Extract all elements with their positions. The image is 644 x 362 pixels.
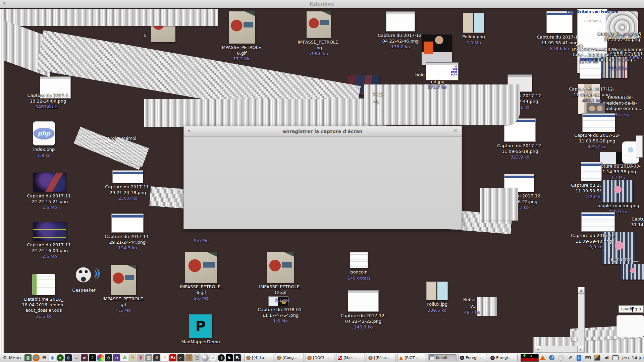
filezilla-icon[interactable]: Fz xyxy=(169,354,176,361)
file-name: MadMapperDemo xyxy=(181,339,220,345)
desktop-icon[interactable] xyxy=(562,162,621,183)
file-name: couple_macron.png xyxy=(596,203,639,209)
audio-card-icon[interactable]: ▮ xyxy=(137,354,144,361)
photos-icon[interactable] xyxy=(97,354,104,361)
firefox-icon[interactable] xyxy=(33,354,40,361)
clock-check-icon[interactable]: ✓ xyxy=(210,354,217,361)
kdenlive-titlebar[interactable]: ▼ Kdenlive xyxy=(0,0,644,9)
bluetooth-icon[interactable]: ᛒ xyxy=(576,355,582,361)
globe-icon[interactable]: ◐ xyxy=(65,354,72,361)
desktop-icon[interactable]: IMPASSE_PETROLE_ 12.gif xyxy=(251,252,310,295)
desktop-icon[interactable]: IMPASSE_PETROLE. gif4,5 Mo xyxy=(94,265,153,313)
dialog-titlebar[interactable]: ▼ Enregistrer la capture d'écran ✕ xyxy=(184,126,462,137)
unity3d-icon[interactable]: ◇ xyxy=(105,354,112,361)
update-shield-icon[interactable]: i xyxy=(549,355,555,361)
taskbar-window-button[interactable]: [RIOT ... xyxy=(397,354,426,361)
desktop-icon[interactable]: IMPASSE_PETROLE_ 6.gif9,6 Mo xyxy=(172,252,231,301)
file-name: index.php xyxy=(33,147,55,153)
headphones-icon[interactable]: ∩ xyxy=(113,354,120,361)
taskbar-window-button[interactable]: Enregi... xyxy=(458,354,487,361)
scroll-left-button[interactable]: ◂ xyxy=(535,346,541,353)
calculator-icon[interactable]: ▦ xyxy=(145,354,152,361)
display-warning-icon[interactable] xyxy=(594,355,600,361)
horizontal-scrollbar-fragment[interactable] xyxy=(535,346,584,353)
vertical-scrollbar-fragment[interactable] xyxy=(578,287,585,353)
molecules-icon[interactable]: ⁂ xyxy=(121,354,128,361)
desktop-icon[interactable] xyxy=(588,180,644,204)
desktop-icon[interactable]: Capture du 2017-11- 29 21-24-44.png194,3… xyxy=(98,214,157,250)
scroll-up-button[interactable]: ▲ xyxy=(578,287,585,294)
window-button-label: [RIOT ... xyxy=(405,356,420,360)
vinyl-icon[interactable] xyxy=(57,354,64,361)
close-icon[interactable]: ✕ xyxy=(453,128,458,133)
horse-icon[interactable]: ♞ xyxy=(226,354,233,361)
file-size: 2,6 Mo xyxy=(42,254,57,259)
scroll-right-button[interactable]: ▸ xyxy=(577,346,584,353)
volume-icon[interactable]: ◄)) xyxy=(603,355,609,361)
ghost-text: 48,7 ko xyxy=(464,310,480,315)
file-name: IMPASSE_PETROLE. jpg xyxy=(298,40,339,51)
taskbar-window-button[interactable]: Fz[Mais... xyxy=(336,354,365,361)
file-name: Capture du 2017-12- 04 22-42-22.png xyxy=(340,313,386,324)
menu-button[interactable]: ⚙ Menu xyxy=(1,354,23,362)
launcher-strip: ▣☻◉◐▭▰♪◇∩⁂✎▮▦S✎Fz>_↓▤✓◎♞P. xyxy=(24,354,241,361)
archive-icon[interactable]: ▤ xyxy=(194,354,201,361)
system-monitor-graph[interactable] xyxy=(521,354,539,362)
file-size: 2,6 Mo xyxy=(42,205,57,210)
plex-icon[interactable]: P. xyxy=(234,354,241,361)
desktop-icon[interactable]: phpindex.php1,8 ko xyxy=(14,121,73,158)
ghost-text: luma xyxy=(46,98,56,103)
camera-lens-icon[interactable]: ◎ xyxy=(218,354,225,361)
desktop-icon[interactable]: Capture du 2017-11- 29 21-24-18.png250,0… xyxy=(98,170,157,201)
desktop-icon[interactable] xyxy=(569,113,628,133)
eye-icon[interactable]: ◉ xyxy=(49,354,56,361)
taskbar-window-button[interactable]: Enregi... xyxy=(489,354,518,361)
desktop-icon[interactable]: IMPASSE_PETROLE_ 8.gif17,2 Mo xyxy=(212,11,271,61)
notes-icon[interactable]: ✎ xyxy=(161,354,168,361)
pen-tool-icon[interactable]: ✎ xyxy=(129,354,136,361)
desktop-icon[interactable]: Pollux.png2,0 Mo xyxy=(444,13,503,45)
sphere-icon[interactable] xyxy=(202,354,209,361)
taskbar-window-button[interactable]: [(4) La... xyxy=(245,354,273,361)
file-name: Capture du 2017-12- 11 09-55-19.png xyxy=(497,143,542,154)
taskbar-window-button[interactable]: Kdenli... xyxy=(428,354,457,361)
file-size: 799,6 ko xyxy=(309,51,328,56)
terminal-icon[interactable]: >_ xyxy=(177,354,184,361)
gespeaker-icon[interactable]: ☻ xyxy=(41,354,48,361)
desktop-icon[interactable] xyxy=(569,212,628,233)
clock[interactable]: jeu. 14 juin, 10:30 xyxy=(622,355,644,360)
desktop-icon[interactable]: IMPASSE_PETROLE. jpg799,6 ko xyxy=(289,11,348,56)
taskbar-window-button[interactable]: [DOC! ... xyxy=(306,354,334,361)
keyboard-layout-indicator[interactable]: FR xyxy=(585,355,591,360)
phone-icon[interactable]: ▭ xyxy=(73,354,80,361)
file-thumbnail xyxy=(33,222,66,241)
taskbar-window-button[interactable]: [[Réso... xyxy=(367,354,395,361)
taskbar-window-button[interactable]: [Goog... xyxy=(275,354,304,361)
desktop-icon[interactable]: Capture du 2018-03- 11 17-47-54.png1,6 M… xyxy=(251,307,310,323)
vlc-cone-icon[interactable] xyxy=(540,355,546,361)
desktop-icon[interactable]: Capture du 2017-12- 11 09-59-40.png…9,9 … xyxy=(564,233,623,249)
collapse-arrow-icon[interactable]: ▼ xyxy=(188,129,191,133)
file-name: IMPASSE_PETROLE_ 12.gif xyxy=(259,284,302,295)
desktop-icon[interactable]: Pollux.jpg389,6 ko xyxy=(408,282,467,313)
film-strip-icon[interactable]: ▰ xyxy=(81,354,88,361)
file-thumbnail xyxy=(33,173,66,192)
ghost-text: 127,0 ko xyxy=(579,59,598,64)
sublime-icon[interactable]: S xyxy=(153,354,160,361)
desktop-icon[interactable]: PMadMapperDemo xyxy=(171,314,230,345)
desktop-icon[interactable] xyxy=(603,264,644,281)
desktop-icon[interactable]: Capture du 2017-12- 04 22-42-22.png146,8… xyxy=(334,290,393,329)
stylus-icon[interactable]: ✎ xyxy=(567,355,573,361)
show-desktop-icon[interactable]: ▣ xyxy=(24,354,32,361)
file-thumbnail xyxy=(621,264,644,280)
file-thumbnail: php xyxy=(33,121,55,145)
music-player-icon[interactable]: ♪ xyxy=(89,354,96,361)
battery-icon[interactable] xyxy=(612,355,619,361)
desktop-icon[interactable]: Capture du 2017-11- 22 22-15-21.png2,6 M… xyxy=(20,173,79,210)
collapse-arrow-icon[interactable]: ▼ xyxy=(3,2,6,5)
check-circle-icon[interactable]: ✓ xyxy=(558,355,564,361)
desktop-icon[interactable]: boncoin149 octets xyxy=(329,252,388,281)
desktop-icon[interactable]: Capture du 2017-11- 22 22-16-00.png2,6 M… xyxy=(20,222,79,259)
package-icon[interactable]: ↓ xyxy=(185,354,193,361)
window-button-label: [DOC! ... xyxy=(313,356,329,360)
